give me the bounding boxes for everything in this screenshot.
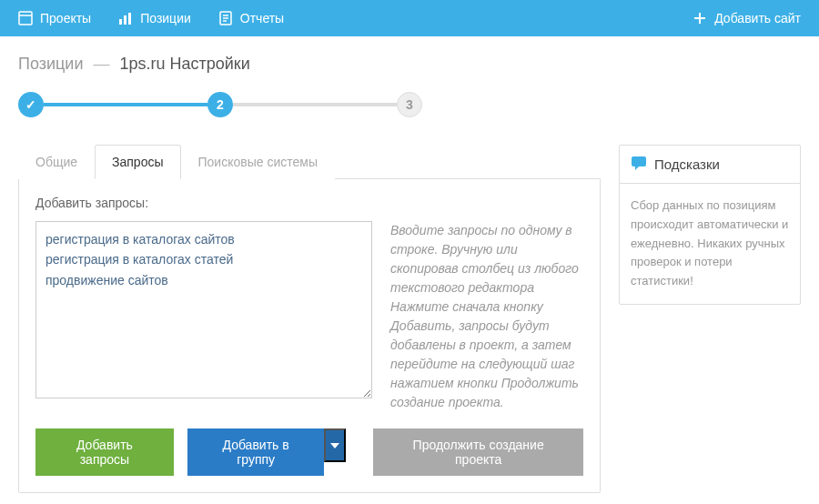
add-queries-button[interactable]: Добавить запросы	[35, 428, 174, 476]
plus-icon	[693, 11, 707, 25]
projects-icon	[18, 11, 33, 25]
tabs: Общие Запросы Поисковые системы	[18, 145, 601, 179]
svg-rect-0	[19, 12, 32, 25]
queries-hint-2: Нажмите сначала кнопку Добавить, запросы…	[390, 297, 583, 412]
step-line-2-3	[233, 103, 397, 106]
nav-reports-label: Отчеты	[240, 11, 284, 25]
hints-header: Подсказки	[620, 146, 800, 184]
hints-title: Подсказки	[654, 156, 720, 172]
chat-icon	[631, 155, 647, 174]
nav-projects[interactable]: Проекты	[18, 11, 91, 25]
positions-icon	[118, 11, 133, 25]
step-line-1-2	[44, 103, 207, 106]
chevron-down-icon	[330, 443, 339, 449]
continue-button[interactable]: Продолжить создание проекта	[373, 428, 583, 476]
add-to-group-dropdown[interactable]	[324, 428, 346, 462]
svg-rect-11	[632, 156, 646, 166]
hints-body: Сбор данных по позициям происходит автом…	[620, 184, 800, 304]
top-nav: Проекты Позиции Отчеты Добавить сайт	[0, 0, 819, 36]
nav-positions[interactable]: Позиции	[118, 11, 191, 25]
svg-rect-3	[124, 15, 126, 25]
nav-reports[interactable]: Отчеты	[218, 11, 284, 25]
breadcrumb-root[interactable]: Позиции	[18, 55, 83, 73]
add-queries-label: Добавить запросы:	[35, 196, 583, 210]
add-to-group-button[interactable]: Добавить в группу	[187, 428, 325, 476]
breadcrumb-current: 1ps.ru Настройки	[120, 55, 250, 73]
stepper: 2 3	[0, 83, 819, 145]
svg-rect-4	[128, 13, 131, 25]
step-2-active[interactable]: 2	[207, 92, 233, 117]
queries-hint: Вводите запросы по одному в строке. Вруч…	[390, 221, 583, 412]
add-to-group-button-group: Добавить в группу	[187, 428, 346, 476]
hints-panel: Подсказки Сбор данных по позициям происх…	[619, 145, 801, 305]
nav-positions-label: Позиции	[140, 11, 191, 25]
nav-projects-label: Проекты	[40, 11, 91, 25]
breadcrumb: Позиции — 1ps.ru Настройки	[0, 36, 819, 83]
queries-textarea[interactable]	[35, 221, 372, 398]
step-1-done[interactable]	[18, 92, 44, 117]
tab-search-systems[interactable]: Поисковые системы	[181, 145, 335, 179]
queries-panel: Добавить запросы: Вводите запросы по одн…	[18, 179, 601, 493]
step-3-pending[interactable]: 3	[397, 92, 422, 117]
nav-add-site-label: Добавить сайт	[714, 11, 801, 25]
tab-general[interactable]: Общие	[18, 145, 95, 179]
nav-add-site[interactable]: Добавить сайт	[693, 11, 801, 25]
reports-icon	[218, 11, 233, 25]
breadcrumb-sep: —	[94, 55, 110, 73]
queries-hint-1: Вводите запросы по одному в строке. Вруч…	[390, 221, 583, 297]
tab-queries[interactable]: Запросы	[95, 145, 180, 179]
svg-rect-2	[119, 19, 122, 25]
